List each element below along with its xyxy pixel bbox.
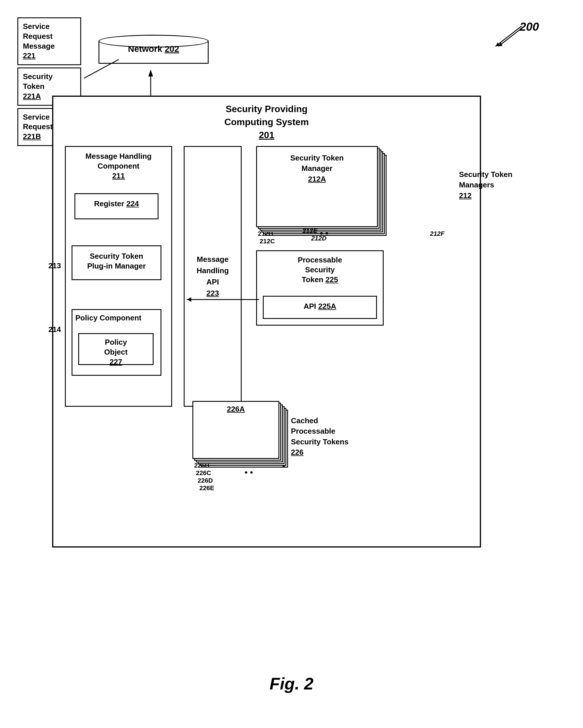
cpst-dash: -: [282, 461, 285, 470]
stpm-line1: Security Token: [90, 252, 143, 260]
mhc-label: Message Handling Component 211: [69, 152, 168, 181]
mhc-box: Message Handling Component 211 Register …: [65, 146, 172, 407]
stm-front-box: Security Token Manager 212A: [256, 146, 378, 227]
sr-ref: 221B: [23, 132, 41, 141]
mha-label: Message Handling API 223: [197, 254, 229, 299]
cpst-226e: 226E: [199, 484, 214, 492]
register-box: Register 224: [74, 193, 158, 219]
stm-dots: • •: [320, 229, 328, 238]
svg-marker-7: [148, 70, 153, 76]
srm-ref: 221: [23, 51, 35, 60]
st-line1: Security: [23, 72, 53, 81]
srm-line2: Request: [23, 32, 53, 41]
cpst-226b: 226B: [194, 462, 209, 469]
obs-ref: 201: [259, 130, 274, 140]
svg-marker-3: [499, 42, 503, 46]
register-ref: 224: [126, 199, 139, 208]
svg-line-1: [496, 26, 522, 46]
po-line1: Policy: [105, 338, 127, 346]
sr-line1: Service: [23, 113, 50, 121]
pst-box: Processable Security Token 225 API 225A: [256, 250, 384, 326]
network-cylinder: Network 202: [99, 35, 209, 67]
policy-component-label: Policy Component: [75, 313, 142, 322]
pst-api-box: API 225A: [263, 296, 377, 319]
cpst-side-label: Cached Processable Security Tokens 226: [291, 415, 355, 458]
svg-marker-14: [187, 297, 191, 302]
mhc-ref: 211: [112, 172, 125, 180]
ref-200-label: 200: [519, 20, 539, 33]
sr-line2: Request: [23, 122, 53, 131]
mha-pst-arrow: [181, 294, 262, 308]
policy-ref-label: 214: [48, 325, 61, 334]
cpst-226c: 226C: [196, 469, 211, 477]
mhc-line2: Component: [98, 162, 140, 170]
figure-caption: Fig. 2: [0, 674, 583, 693]
stm-212b: 212B: [258, 230, 273, 238]
po-ref: 227: [109, 358, 122, 366]
stpm-line2: Plug-in Manager: [87, 262, 146, 270]
stm-212f: 212F: [430, 230, 445, 238]
obs-line2: Computing System: [224, 117, 309, 127]
network-area: Network 202: [99, 35, 220, 67]
diagram: 200 Service Request Message 221 Security…: [17, 11, 562, 649]
cpst-dots1: • •: [245, 468, 253, 477]
stm-manager-label: Security Token Manager 212A: [257, 147, 377, 184]
srm-line1: Service: [23, 22, 50, 31]
mhc-line1: Message Handling: [85, 152, 152, 160]
st-line2: Token: [23, 82, 45, 91]
outer-box-label: Security Providing Computing System 201: [53, 103, 480, 141]
cpst-226a: 226A: [227, 405, 245, 413]
srm-line3: Message: [23, 42, 55, 50]
pst-label: Processable Security Token 225: [260, 255, 380, 284]
policy-object-box: Policy Object 227: [78, 333, 154, 365]
st-ref: 221A: [23, 92, 41, 101]
outer-box: Security Providing Computing System 201 …: [52, 96, 481, 548]
policy-component-box: Policy Component Policy Object 227: [72, 309, 161, 376]
network-label: Network 202: [99, 44, 209, 54]
stm-side-label: Security Token Managers 212: [459, 169, 529, 201]
cpst-226d: 226D: [198, 477, 213, 484]
cpst-area: 226A 226B 226C 226D 226E • • - Cached Pr…: [193, 401, 360, 511]
register-label: Register: [94, 199, 124, 208]
stpm-ref-label: 213: [48, 261, 61, 270]
cpst-front-box: 226A: [193, 401, 279, 459]
stm-212c: 212C: [260, 238, 275, 245]
mha-box: Message Handling API 223: [184, 146, 242, 407]
stm-212e: 212E: [303, 227, 317, 235]
obs-line1: Security Providing: [226, 104, 308, 114]
po-line2: Object: [104, 348, 128, 356]
service-request-message-box: Service Request Message 221: [17, 17, 81, 65]
stpm-box: Security Token Plug-in Manager: [72, 245, 161, 280]
